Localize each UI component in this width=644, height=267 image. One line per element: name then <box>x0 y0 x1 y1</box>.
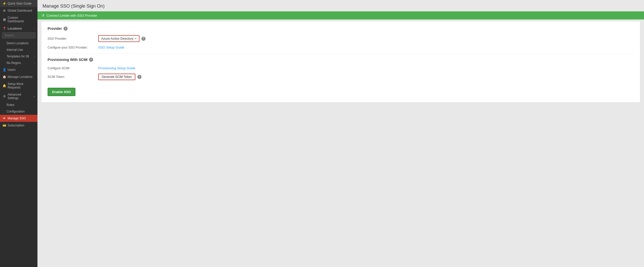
sidebar-label-manage-locations: Manage Locations <box>8 75 32 79</box>
manage-locations-icon: 🏠 <box>3 75 6 79</box>
advanced-settings-icon: ⚙ <box>3 95 6 98</box>
sidebar-item-setup-work-requests[interactable]: 🔔 Setup Work Requests <box>0 80 37 91</box>
sidebar-label-roles: Roles <box>7 103 14 107</box>
sidebar-locations-header[interactable]: 📍 Locations › <box>0 25 37 31</box>
sso-provider-value: Azure Active Directory ▾ ? <box>98 35 634 42</box>
locations-icon: 📍 <box>3 27 6 30</box>
configure-sso-label: Configure your SSO Provider: <box>48 46 98 49</box>
provider-section-title: Provider ? <box>48 27 634 31</box>
sidebar: ⚡ Quick Start Guide ⊞ Global Dashboard ▦… <box>0 0 37 267</box>
scim-section-title: Provisioning With SCIM ? <box>48 58 634 62</box>
setup-work-requests-icon: 🔔 <box>3 84 6 87</box>
configure-scim-value: Provisioning Setup Guide <box>98 66 634 70</box>
connect-banner: ↺ Connect Limble with SSO Provider <box>37 11 644 19</box>
main-content: Manage SSO (Single Sign On) ↺ Connect Li… <box>37 0 644 267</box>
sidebar-label-demo-locations: Demo Locations <box>7 41 29 45</box>
configure-scim-row: Configure SCIM: Provisioning Setup Guide <box>48 66 634 70</box>
sso-provider-label: SSO Provider: <box>48 37 98 40</box>
sidebar-label-locations: Locations <box>8 27 22 30</box>
sidebar-label-quick-start: Quick Start Guide <box>8 2 32 5</box>
sidebar-label-global-dashboard: Global Dashboard <box>8 9 32 12</box>
internal-use-chevron-icon: › <box>34 49 35 51</box>
sidebar-item-manage-locations[interactable]: 🏠 Manage Locations <box>0 73 37 80</box>
sso-provider-row: SSO Provider: Azure Active Directory ▾ ? <box>48 35 634 42</box>
sidebar-item-subscription[interactable]: 💳 Subscription <box>0 122 37 129</box>
quick-start-icon: ⚡ <box>3 2 6 5</box>
sidebar-label-setup-work-requests: Setup Work Requests <box>8 82 35 89</box>
enable-sso-button[interactable]: Enable SSO <box>48 88 75 96</box>
configure-sso-row: Configure your SSO Provider: SSO Setup G… <box>48 46 634 49</box>
sidebar-item-custom-dashboards[interactable]: ▦ Custom Dashboards <box>0 14 37 25</box>
sidebar-item-users[interactable]: 👤 Users <box>0 66 37 73</box>
scim-help-icon[interactable]: ? <box>89 58 93 62</box>
sidebar-label-internal-use: Internal Use <box>7 48 23 52</box>
sso-provider-dropdown[interactable]: Azure Active Directory ▾ <box>98 35 139 42</box>
scim-token-label: SCIM Token: <box>48 75 98 79</box>
sidebar-item-no-region[interactable]: No Region › <box>0 60 37 66</box>
sidebar-search-container <box>0 31 37 40</box>
page-title: Manage SSO (Single Sign On) <box>37 0 644 11</box>
locations-chevron-icon: › <box>34 27 35 30</box>
templates-chevron-icon: › <box>34 55 35 58</box>
sidebar-label-custom-dashboards: Custom Dashboards <box>8 16 35 23</box>
sidebar-item-internal-use[interactable]: Internal Use › <box>0 47 37 53</box>
sidebar-item-demo-locations[interactable]: Demo Locations › <box>0 40 37 47</box>
connect-banner-text: Connect Limble with SSO Provider <box>47 14 97 17</box>
generate-scim-help-icon[interactable]: ? <box>137 75 141 79</box>
sidebar-item-advanced-settings[interactable]: ⚙ Advanced Settings ∨ <box>0 91 37 102</box>
sidebar-label-subscription: Subscription <box>8 124 24 127</box>
scim-token-value: Generate SCIM Token ? <box>98 74 634 80</box>
no-region-chevron-icon: › <box>34 62 35 64</box>
scim-title-text: Provisioning With SCIM <box>48 58 88 62</box>
section-divider <box>48 53 634 54</box>
sso-provider-chevron-icon: ▾ <box>135 37 136 40</box>
sidebar-item-roles[interactable]: Roles <box>0 102 37 108</box>
search-input[interactable] <box>2 32 35 38</box>
sidebar-item-templates-36[interactable]: Templates for 36 › <box>0 53 37 60</box>
sso-provider-help-icon[interactable]: ? <box>141 37 146 41</box>
sso-config-card: Provider ? SSO Provider: Azure Active Di… <box>41 21 640 102</box>
sidebar-label-advanced-settings: Advanced Settings <box>8 93 32 100</box>
configure-sso-value: SSO Setup Guide <box>98 46 634 49</box>
sidebar-item-configuration[interactable]: Configuration <box>0 108 37 115</box>
advanced-settings-chevron-icon: ∨ <box>33 95 35 98</box>
configure-scim-label: Configure SCIM: <box>48 66 98 70</box>
sso-setup-guide-link[interactable]: SSO Setup Guide <box>98 46 124 49</box>
manage-sso-icon: 👁 <box>3 117 6 120</box>
provider-help-icon[interactable]: ? <box>64 27 68 31</box>
global-dashboard-icon: ⊞ <box>3 9 6 12</box>
generate-scim-token-label: Generate SCIM Token <box>102 75 132 79</box>
scim-token-row: SCIM Token: Generate SCIM Token ? <box>48 74 634 80</box>
connect-banner-icon: ↺ <box>41 13 45 17</box>
enable-sso-label: Enable SSO <box>52 90 71 94</box>
subscription-icon: 💳 <box>3 124 6 127</box>
sidebar-item-manage-sso[interactable]: 👁 Manage SSO <box>0 115 37 122</box>
generate-scim-token-button[interactable]: Generate SCIM Token <box>98 74 135 80</box>
sso-provider-selected-value: Azure Active Directory <box>101 37 134 40</box>
sidebar-label-users: Users <box>8 68 15 72</box>
sidebar-item-global-dashboard[interactable]: ⊞ Global Dashboard <box>0 7 37 14</box>
sidebar-label-templates-36: Templates for 36 <box>7 55 29 58</box>
demo-locations-chevron-icon: › <box>34 42 35 45</box>
sidebar-item-quick-start[interactable]: ⚡ Quick Start Guide <box>0 0 37 7</box>
custom-dashboards-icon: ▦ <box>3 18 6 21</box>
sidebar-label-configuration: Configuration <box>7 110 25 113</box>
sidebar-label-manage-sso: Manage SSO <box>8 117 26 120</box>
provider-title-text: Provider <box>48 27 62 31</box>
sidebar-label-no-region: No Region <box>7 61 21 65</box>
provisioning-setup-guide-link[interactable]: Provisioning Setup Guide <box>98 66 135 70</box>
users-icon: 👤 <box>3 68 6 72</box>
